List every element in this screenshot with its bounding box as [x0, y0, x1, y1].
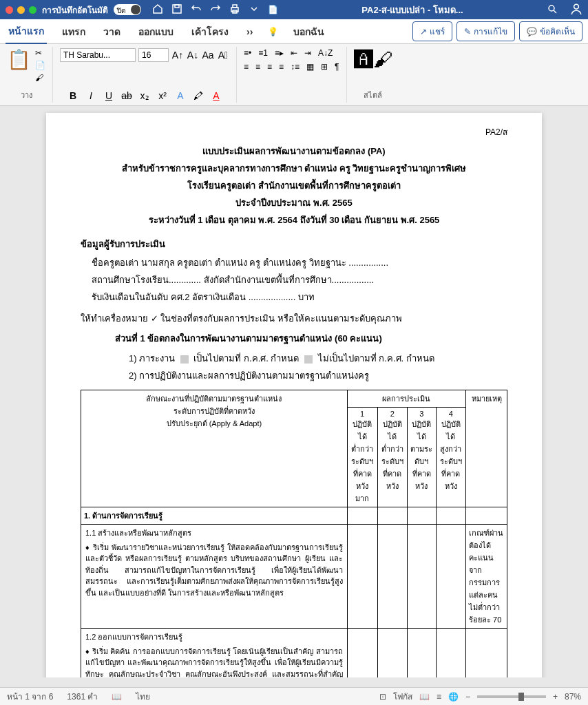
svg-point-6	[574, 4, 579, 9]
tab-home[interactable]: หน้าแรก	[6, 19, 47, 44]
doc-heading-2: สำหรับข้าราชการครูและบุคลากรทางการศึกษา …	[81, 161, 507, 176]
ribbon-tabs: หน้าแรก แทรก วาด ออกแบบ เค้าโครง ›› 💡 บอ…	[0, 19, 588, 44]
document-title: PA2-ส-แบบเปล่า - โหมด...	[284, 3, 541, 17]
undo-icon[interactable]	[191, 3, 202, 17]
clipboard-group: 📋 ✂ 📄 🖌 วาง	[0, 47, 53, 103]
spellcheck-icon[interactable]: 📖	[112, 692, 122, 702]
user-icon[interactable]	[570, 3, 582, 17]
svg-rect-3	[233, 5, 237, 8]
instruction: ให้ทำเครื่องหมาย ✓ ในช่องที่ตรงกับผลการป…	[81, 311, 507, 326]
svg-point-5	[549, 6, 554, 11]
font-group: A↑ A↓ Aa A⃠ B I U ab x₂ x² A 🖍 A	[53, 47, 237, 103]
decrease-font-icon[interactable]: A↓	[187, 50, 199, 61]
align-center-icon[interactable]: ≡	[255, 62, 260, 72]
styles-group: 🅰🖌 สไตล์	[347, 47, 399, 103]
search-icon[interactable]	[547, 3, 558, 17]
checkbox-icon[interactable]	[304, 355, 313, 364]
status-bar: หน้า 1 จาก 6 1361 คำ 📖 ไทย ⊡ โฟกัส 📖 ≡ 🌐…	[0, 687, 588, 705]
item1: 1) ภาระงาน เป็นไปตามที่ ก.ค.ศ. กำหนด ไม่…	[129, 351, 507, 366]
zoom-slider[interactable]	[477, 695, 546, 698]
page: PA2/ส แบบประเมินผลการพัฒนางานตามข้อตกลง …	[46, 113, 542, 677]
edit-button[interactable]: ✎ การแก้ไข	[456, 21, 515, 41]
font-color-icon[interactable]: A	[210, 90, 222, 101]
strike-button[interactable]: ab	[120, 90, 133, 101]
shading-icon[interactable]: ▦	[306, 62, 314, 72]
maximize-icon[interactable]	[29, 6, 36, 14]
show-marks-icon[interactable]: ¶	[335, 62, 339, 72]
numbering-icon[interactable]: ≡1	[258, 48, 268, 58]
status-page[interactable]: หน้า 1 จาก 6	[7, 690, 53, 703]
align-right-icon[interactable]: ≡	[267, 62, 272, 72]
redo-icon[interactable]	[210, 3, 221, 17]
document-area[interactable]: PA2/ส แบบประเมินผลการพัฒนางานตามข้อตกลง …	[0, 106, 588, 677]
increase-font-icon[interactable]: A↑	[171, 50, 184, 61]
zoom-out-icon[interactable]: −	[465, 692, 470, 702]
indent-right-icon[interactable]: ⇥	[304, 48, 311, 58]
view-web-icon[interactable]: 🌐	[448, 692, 459, 702]
section-info: ข้อมูลผู้รับการประเมิน	[81, 237, 507, 251]
th-col3: 3 ปฏิบัติได้ ตามระดับฯ ที่คาดหวัง	[408, 408, 436, 507]
font-size-select[interactable]	[138, 48, 169, 62]
format-painter-icon[interactable]: 🖌	[35, 73, 45, 83]
row-1-1: 1.1 สร้างและหรือพัฒนาหลักสูตร ♦ ริเริ่ม …	[81, 525, 348, 629]
status-words[interactable]: 1361 คำ	[67, 690, 98, 703]
superscript-button[interactable]: x²	[156, 90, 169, 101]
justify-icon[interactable]: ≡	[279, 62, 284, 72]
th-col1: 1 ปฏิบัติได้ ต่ำกว่าระดับฯ ที่คาดหวังมาก	[347, 408, 377, 507]
clear-format-icon[interactable]: A⃠	[217, 50, 229, 61]
align-left-icon[interactable]: ≡	[244, 62, 249, 72]
borders-icon[interactable]: ⊞	[321, 62, 328, 72]
underline-button[interactable]: U	[103, 90, 115, 101]
svg-rect-0	[173, 5, 181, 13]
cut-icon[interactable]: ✂	[35, 48, 45, 58]
subscript-button[interactable]: x₂	[138, 90, 151, 101]
bullets-icon[interactable]: ≡•	[244, 48, 251, 58]
view-print-icon[interactable]: ≡	[437, 692, 441, 702]
focus-icon[interactable]: ⊡	[379, 692, 386, 702]
minimize-icon[interactable]	[17, 6, 25, 14]
status-zoom[interactable]: 87%	[565, 692, 581, 702]
tab-draw[interactable]: วาด	[101, 20, 123, 43]
doc-heading-5: ระหว่างวันที่ 1 เดือน ตุลาคม พ.ศ. 2564 ถ…	[81, 213, 507, 227]
multilevel-icon[interactable]: ≡▸	[275, 48, 284, 58]
status-focus[interactable]: โฟกัส	[393, 690, 412, 703]
indent-left-icon[interactable]: ⇤	[291, 48, 297, 58]
zoom-in-icon[interactable]: +	[553, 692, 558, 702]
styles-icon[interactable]: 🅰🖌	[354, 48, 392, 71]
view-read-icon[interactable]: 📖	[419, 692, 430, 702]
word-icon: 📄	[268, 5, 278, 14]
share-button[interactable]: ↗ แชร์	[412, 21, 452, 41]
tab-layout[interactable]: เค้าโครง	[189, 20, 231, 43]
tab-design[interactable]: ออกแบบ	[136, 20, 176, 43]
close-icon[interactable]	[6, 6, 13, 14]
comments-button[interactable]: 💬 ข้อคิดเห็น	[519, 21, 582, 41]
italic-button[interactable]: I	[85, 90, 97, 101]
window-controls	[6, 6, 36, 14]
status-lang[interactable]: ไทย	[136, 690, 150, 703]
row-1-1-note: เกณฑ์ผ่าน ต้องได้คะแนนจากกรรมการแต่ละคนไ…	[466, 525, 507, 629]
line-spacing-icon[interactable]: ↕≡	[291, 62, 300, 72]
paste-icon[interactable]: 📋	[7, 48, 31, 71]
highlight-icon[interactable]: 🖍	[192, 90, 204, 101]
print-icon[interactable]	[229, 3, 240, 17]
font-name-select[interactable]	[60, 48, 136, 62]
ribbon: 📋 ✂ 📄 🖌 วาง A↑ A↓ Aa A⃠ B I U ab x₂ x² A	[0, 44, 588, 106]
text-effects-icon[interactable]: A	[174, 90, 187, 101]
chevron-down-icon[interactable]	[249, 3, 260, 17]
checkbox-icon[interactable]	[180, 355, 189, 364]
autosave-label: การบันทึกอัตโนมัติ	[42, 3, 108, 17]
bold-button[interactable]: B	[67, 90, 79, 101]
change-case-icon[interactable]: Aa	[202, 50, 214, 61]
home-icon[interactable]	[152, 3, 163, 17]
tab-tellme[interactable]: บอกฉัน	[291, 20, 327, 43]
tab-insert[interactable]: แทรก	[59, 20, 88, 43]
sort-icon[interactable]: A↓Z	[318, 48, 333, 58]
copy-icon[interactable]: 📄	[35, 61, 45, 70]
doc-heading-1: แบบประเมินผลการพัฒนางานตามข้อตกลง (PA)	[81, 144, 507, 158]
line-school: สถานศึกษาโรงเรียน............. สังกัดสำน…	[92, 273, 507, 287]
th-col2: 2 ปฏิบัติได้ ต่ำกว่าระดับฯ ที่คาดหวัง	[377, 408, 408, 507]
tab-more[interactable]: ››	[244, 22, 255, 41]
paste-label: วาง	[21, 89, 32, 101]
autosave-toggle[interactable]: ปิด	[114, 4, 141, 15]
save-icon[interactable]	[171, 3, 182, 17]
